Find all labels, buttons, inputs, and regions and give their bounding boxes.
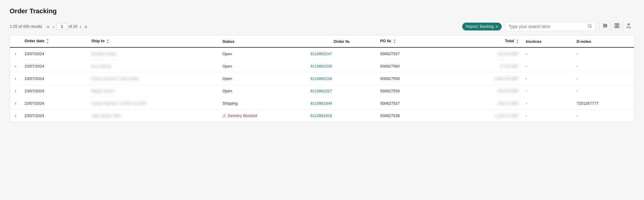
cell-invoices: - (522, 97, 573, 110)
page-number-input[interactable] (57, 23, 67, 30)
col-header-order-date[interactable]: Order date ▼▲ (21, 36, 88, 47)
toolbar: 1-25 of 430 results « ‹ of 18 › » Report… (10, 21, 634, 32)
last-page-button[interactable]: » (84, 24, 88, 30)
page-container: Order Tracking 1-25 of 430 results « ‹ o… (0, 0, 644, 200)
cell-dnotes: - (573, 110, 634, 122)
expand-row-button[interactable]: › (14, 88, 17, 94)
status-blocked: ⚠Delivery Blocked (222, 113, 303, 118)
col-label-total: Total (505, 39, 514, 43)
cell-invoices: - (522, 47, 573, 60)
cell-total: 47.44 GBP (446, 60, 522, 72)
sort-arrows-ship-to: ▲▼ (107, 39, 109, 44)
cell-dnotes: - (573, 72, 634, 85)
svg-rect-10 (618, 24, 619, 28)
pagination: « ‹ of 18 › » (46, 23, 88, 30)
search-input[interactable] (509, 24, 585, 29)
table-row: ›23/07/2024Casey Patman C14452 K12516Shi… (10, 97, 634, 110)
order-no-link[interactable]: 6110862227 (311, 89, 332, 93)
sort-arrows-total: ▲▼ (516, 39, 519, 44)
order-no-link[interactable]: 6110862230 (311, 64, 332, 68)
search-wrapper (505, 22, 596, 31)
first-page-button[interactable]: « (46, 24, 51, 30)
col-label-po-no: PO № (380, 39, 391, 43)
status-value: Open (222, 52, 232, 56)
ship-to-value: Jake James Hills (91, 113, 121, 118)
col-header-expand (10, 36, 21, 47)
search-icon (587, 24, 592, 29)
cell-dnotes: 7201267777 (573, 97, 634, 110)
col-header-order-no: Order № (307, 36, 377, 47)
expand-row-button[interactable]: › (14, 113, 17, 119)
cell-order-date: 23/07/2024 (21, 60, 88, 72)
total-value: 1,230.04 GBP (494, 113, 519, 118)
cell-ship-to: Eric Daines (88, 60, 219, 72)
cell-status: Open (219, 60, 307, 72)
cell-order-no[interactable]: 6110862230 (307, 60, 377, 72)
filter-chip-close-button[interactable]: × (495, 24, 498, 29)
svg-rect-9 (616, 24, 618, 28)
prev-page-button[interactable]: ‹ (51, 24, 55, 30)
svg-rect-8 (615, 24, 616, 28)
col-header-status: Status (219, 36, 307, 47)
cell-total: 109.13 GBP (446, 97, 522, 110)
svg-line-1 (591, 27, 592, 28)
filter-settings-button[interactable] (599, 21, 611, 32)
table-row: ›23/07/2024Jake James Hills⚠Delivery Blo… (10, 110, 634, 122)
cell-status: Open (219, 47, 307, 60)
expand-row-button[interactable]: › (14, 75, 17, 81)
cell-dnotes: - (573, 60, 634, 72)
order-no-link[interactable]: 6110862228 (311, 76, 332, 81)
cell-order-no[interactable]: 6110862247 (307, 47, 377, 60)
svg-point-6 (605, 25, 607, 26)
col-header-invoices: Invoices (522, 36, 573, 47)
cell-total: 415.09 GBP (446, 85, 522, 97)
status-value: Open (222, 64, 232, 68)
cell-order-date: 23/07/2024 (21, 85, 88, 97)
order-no-link[interactable]: 6110862247 (311, 52, 332, 56)
cell-po-no: 500627537 (376, 97, 446, 110)
order-no-link[interactable]: 6110861844 (311, 101, 332, 106)
cell-order-no[interactable]: 6110862227 (307, 85, 377, 97)
warning-icon: ⚠ (222, 113, 226, 118)
expand-row-button[interactable]: › (14, 100, 17, 106)
cell-total: 1,845.05 GBP (446, 72, 522, 85)
ship-to-value: Claire Jackson / Neil Dailey (91, 76, 139, 81)
expand-row-button[interactable]: › (14, 51, 17, 57)
page-title: Order Tracking (10, 7, 634, 15)
status-value: Open (222, 89, 232, 93)
col-label-invoices: Invoices (526, 39, 542, 44)
order-no-link[interactable]: 6110861816 (311, 113, 332, 118)
cell-order-no[interactable]: 6110861844 (307, 97, 377, 110)
cell-total: 1,230.04 GBP (446, 110, 522, 122)
total-value: 109.13 GBP (497, 101, 519, 106)
total-value: 415.09 GBP (497, 89, 519, 93)
cell-order-no[interactable]: 6110861816 (307, 110, 377, 122)
cell-status: Open (219, 85, 307, 97)
columns-button[interactable] (611, 21, 623, 32)
cell-invoices: - (522, 60, 573, 72)
sort-arrows-po-no: ▲▼ (393, 39, 396, 44)
ship-to-value: Eric Daines (91, 64, 111, 68)
ship-to-value: Casey Patman C14452 K12516 (91, 101, 146, 106)
export-button[interactable] (623, 21, 634, 32)
cell-dnotes: - (573, 47, 634, 60)
table-header-row: Order date ▼▲ Ship to ▲▼ Status Order № (10, 36, 634, 47)
col-header-ship-to[interactable]: Ship to ▲▼ (88, 36, 219, 47)
next-page-button[interactable]: › (79, 24, 82, 30)
cell-order-date: 23/07/2024 (21, 47, 88, 60)
expand-row-button[interactable]: › (14, 63, 17, 69)
cell-invoices: - (522, 72, 573, 85)
total-value: 1,845.05 GBP (494, 76, 519, 81)
col-header-po-no[interactable]: PO № ▲▼ (376, 36, 446, 47)
cell-order-no[interactable]: 6110862228 (307, 72, 377, 85)
ship-to-value: Bradley Patton (91, 52, 117, 56)
cell-invoices: - (522, 85, 573, 97)
table-row: ›23/07/2024Bradley PattonOpen61108622475… (10, 47, 634, 60)
col-header-total[interactable]: Total ▲▼ (446, 36, 522, 47)
col-label-status: Status (222, 39, 234, 44)
filter-chip: Report: Backlog × (462, 23, 502, 30)
table-row: ›23/07/2024Megan BoornOpen61108622275006… (10, 85, 634, 97)
cell-order-date: 23/07/2024 (21, 72, 88, 85)
total-value: 47.44 GBP (500, 64, 519, 68)
status-value: Open (222, 76, 232, 81)
